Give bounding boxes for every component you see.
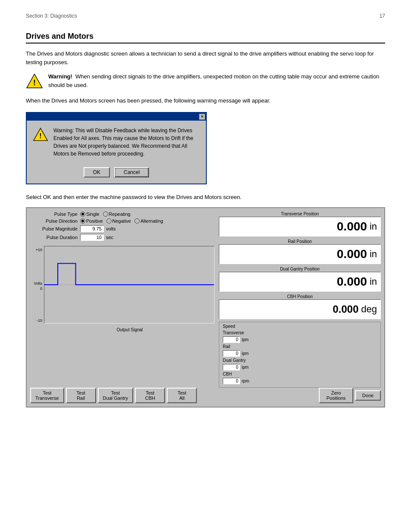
pulse-magnitude-input[interactable] (80, 225, 104, 232)
transverse-position-label: Transverse Position (219, 212, 381, 216)
post-dialog-text: Select OK and then enter the machine pas… (26, 193, 385, 202)
transverse-position-unit: in (370, 221, 377, 232)
speed-label: Speed (223, 324, 377, 329)
left-panel: Pulse Type Single Repeating Pulse Direct… (30, 212, 215, 388)
speed-rail-row: Rail (223, 344, 377, 349)
dual-gantry-position-value: 0.000 (337, 275, 367, 289)
dialog-ok-button[interactable]: OK (84, 167, 110, 177)
test-cbh-button[interactable]: TestCBH (135, 388, 165, 403)
dialog-close-button[interactable]: ✕ (199, 114, 205, 120)
chart-svg (44, 246, 214, 323)
pulse-magnitude-unit: volts (106, 226, 116, 231)
rail-position-unit: in (370, 249, 377, 260)
pulse-direction-group: Positive Negative Alternating (80, 218, 163, 224)
warning-label: Warning! (48, 73, 72, 80)
speed-rail-unit: ipm (242, 351, 249, 356)
bottom-button-row: TestTransverse TestRail TestDual Gantry … (30, 388, 381, 403)
positive-label: Positive (86, 218, 103, 224)
rail-position-value: 0.000 (337, 247, 367, 261)
cbh-position-unit: deg (361, 304, 377, 315)
section-title: Drives and Motors (26, 32, 385, 44)
chart-title: Output Signal (44, 327, 215, 332)
speed-rail-input[interactable] (223, 350, 240, 357)
cbh-position-section: CBH Position 0.000 deg (219, 294, 381, 319)
single-label: Single (86, 212, 100, 217)
rail-position-label: Rail Position (219, 239, 381, 244)
pulse-direction-positive[interactable]: Positive (80, 218, 103, 224)
pulse-duration-label: Pulse Duration (30, 235, 78, 240)
speed-transverse-value-row: ipm (223, 336, 377, 343)
section-label: Section 3: Diagnostics (26, 13, 77, 19)
zero-positions-button[interactable]: ZeroPositions (319, 388, 353, 403)
dialog-container: ✕ ! Warning: This will Disable Feedback … (26, 112, 385, 184)
test-all-button[interactable]: TestAll (167, 388, 197, 403)
radio-positive[interactable] (80, 218, 85, 224)
svg-text:!: ! (33, 78, 36, 87)
speed-cbh-value-row: rpm (223, 378, 377, 384)
speed-cbh-label: CBH (223, 372, 232, 376)
radio-single[interactable] (80, 212, 85, 217)
pulse-type-single[interactable]: Single (80, 212, 100, 217)
speed-rail-value-row: ipm (223, 350, 377, 357)
done-button[interactable]: Done (355, 390, 381, 401)
warning-body: When sending direct signals to the drive… (48, 73, 379, 88)
intro-text: The Drives and Motors diagnostic screen … (26, 50, 385, 66)
speed-rail-label: Rail (223, 344, 230, 349)
page-header: Section 3: Diagnostics 17 (26, 13, 385, 19)
radio-negative[interactable] (106, 218, 112, 224)
chart-y-bot: -10 (30, 318, 42, 323)
speed-cbh-unit: rpm (242, 379, 249, 383)
speed-dual-gantry-input[interactable] (223, 364, 240, 370)
pulse-type-group: Single Repeating (80, 212, 131, 217)
warning-icon: ! (26, 72, 43, 90)
transverse-position-section: Transverse Position 0.000 in (219, 212, 381, 236)
dual-gantry-position-display: 0.000 in (219, 272, 381, 292)
pulse-duration-unit: sec (106, 235, 113, 240)
speed-cbh-input[interactable] (223, 378, 240, 384)
test-dual-gantry-button[interactable]: TestDual Gantry (98, 388, 134, 403)
pulse-type-label: Pulse Type (30, 212, 78, 217)
transverse-position-value: 0.000 (337, 220, 367, 233)
chart-area (44, 246, 215, 324)
test-rail-button[interactable]: TestRail (66, 388, 96, 403)
speed-transverse-unit: ipm (242, 337, 249, 342)
pulse-duration-row: Pulse Duration sec (30, 234, 215, 241)
pulse-magnitude-row: Pulse Magnitude volts (30, 225, 215, 232)
cbh-position-value: 0.000 (333, 303, 358, 315)
dialog-warning-icon: ! (33, 127, 48, 142)
speed-transverse-row: Transverse (223, 330, 377, 335)
dual-gantry-position-section: Dual Gantry Position 0.000 in (219, 267, 381, 292)
pulse-direction-alternating[interactable]: Alternating (134, 218, 163, 224)
test-transverse-button[interactable]: TestTransverse (30, 388, 64, 403)
chart-y-top: +10 (30, 248, 42, 252)
pulse-direction-negative[interactable]: Negative (106, 218, 131, 224)
main-panel: Pulse Type Single Repeating Pulse Direct… (30, 212, 381, 388)
speed-transverse-label: Transverse (223, 330, 244, 335)
rail-position-display: 0.000 in (219, 244, 381, 264)
pulse-duration-input[interactable] (80, 234, 104, 241)
warning-text: Warning! When sending direct signals to … (48, 72, 385, 89)
pulse-type-repeating[interactable]: Repeating (103, 212, 131, 217)
cbh-position-label: CBH Position (219, 294, 381, 299)
speed-dual-gantry-unit: ipm (242, 365, 249, 370)
chart-volts-label: Volts (30, 281, 42, 286)
warning-dialog: ✕ ! Warning: This will Disable Feedback … (26, 112, 207, 184)
transverse-position-display: 0.000 in (219, 217, 381, 236)
repeating-label: Repeating (109, 212, 131, 217)
speed-group: Speed Transverse ipm Rail ipm Dual Gantr… (219, 322, 381, 388)
radio-alternating[interactable] (134, 218, 140, 224)
cbh-position-display: 0.000 deg (219, 299, 381, 319)
dialog-cancel-button[interactable]: Cancel (114, 167, 149, 177)
speed-transverse-input[interactable] (223, 336, 240, 343)
drives-motors-screen: Pulse Type Single Repeating Pulse Direct… (26, 207, 385, 408)
radio-repeating[interactable] (103, 212, 108, 217)
pulse-direction-label: Pulse Direction (30, 218, 78, 224)
dialog-body: ! Warning: This will Disable Feedback wh… (27, 121, 206, 164)
dual-gantry-position-label: Dual Gantry Position (219, 267, 381, 271)
speed-dual-gantry-label: Dual Gantry (223, 358, 246, 363)
pulse-direction-row: Pulse Direction Positive Negative Altern… (30, 218, 215, 224)
page-number: 17 (380, 13, 385, 19)
speed-dual-gantry-row: Dual Gantry (223, 358, 377, 363)
speed-dual-gantry-value-row: ipm (223, 364, 377, 370)
svg-text:!: ! (39, 132, 41, 140)
